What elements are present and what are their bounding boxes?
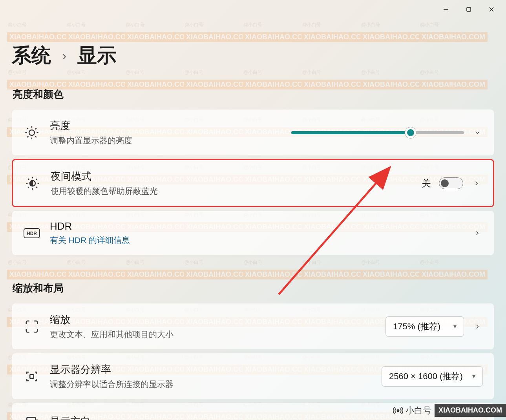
- scale-dropdown[interactable]: 175% (推荐) ▾: [385, 316, 464, 337]
- close-button[interactable]: [480, 2, 503, 17]
- hdr-icon: HDR: [23, 225, 40, 242]
- night-light-detail-button[interactable]: [471, 178, 482, 189]
- window-titlebar: [0, 0, 506, 19]
- scale-card[interactable]: 缩放 更改文本、应用和其他项目的大小 175% (推荐) ▾: [12, 303, 494, 350]
- svg-line-21: [36, 179, 37, 180]
- svg-point-4: [29, 130, 35, 135]
- hdr-link[interactable]: 有关 HDR 的详细信息: [50, 235, 462, 246]
- brightness-icon: [23, 124, 40, 141]
- brightness-subtitle: 调整内置显示器的亮度: [50, 135, 282, 146]
- section-scale-layout: 缩放和布局: [13, 281, 494, 295]
- scale-dropdown-value: 175% (推荐): [393, 321, 440, 332]
- watermark-badge: 小白号 XIAOBAIHAO.COM: [393, 404, 506, 417]
- svg-line-18: [28, 179, 29, 180]
- night-light-card[interactable]: 夜间模式 使用较暖的颜色帮助屏蔽蓝光 关: [12, 159, 494, 207]
- breadcrumb: 系统 › 显示: [12, 42, 494, 69]
- chevron-down-icon: ▾: [453, 323, 457, 330]
- svg-rect-25: [27, 418, 35, 420]
- expand-brightness-button[interactable]: [472, 127, 483, 138]
- hdr-card[interactable]: HDR HDR 有关 HDR 的详细信息: [12, 210, 494, 256]
- night-light-state-label: 关: [422, 177, 431, 190]
- broadcast-icon: [393, 405, 403, 416]
- svg-rect-24: [30, 374, 34, 378]
- breadcrumb-current: 显示: [77, 42, 117, 69]
- breadcrumb-parent[interactable]: 系统: [12, 42, 51, 69]
- resolution-dropdown[interactable]: 2560 × 1600 (推荐) ▾: [382, 366, 483, 387]
- scale-subtitle: 更改文本、应用和其他项目的大小: [50, 329, 376, 340]
- svg-line-12: [35, 128, 37, 129]
- section-brightness-color: 亮度和颜色: [13, 88, 494, 101]
- night-light-icon: [24, 175, 41, 192]
- svg-text:HDR: HDR: [27, 231, 37, 236]
- svg-line-19: [36, 187, 37, 188]
- maximize-button[interactable]: [457, 2, 480, 17]
- svg-line-10: [35, 136, 37, 137]
- chevron-right-icon: ›: [62, 48, 66, 63]
- resolution-card[interactable]: 显示器分辨率 调整分辨率以适合所连接的显示器 2560 × 1600 (推荐) …: [12, 353, 494, 400]
- orientation-icon: [23, 413, 40, 420]
- brightness-slider[interactable]: [291, 131, 464, 134]
- brightness-title: 亮度: [50, 119, 282, 133]
- hdr-title: HDR: [50, 220, 462, 232]
- chevron-down-icon: ▾: [472, 373, 475, 380]
- scale-detail-button[interactable]: [472, 321, 483, 332]
- resolution-dropdown-value: 2560 × 1600 (推荐): [389, 371, 463, 382]
- resolution-title: 显示器分辨率: [50, 363, 372, 376]
- watermark-badge-domain: XIAOBAIHAO.COM: [435, 404, 506, 417]
- resolution-subtitle: 调整分辨率以适合所连接的显示器: [50, 379, 372, 390]
- svg-line-20: [28, 187, 29, 188]
- svg-line-9: [27, 128, 28, 129]
- minimize-button[interactable]: [435, 2, 457, 17]
- resolution-icon: [23, 368, 40, 385]
- night-light-title: 夜间模式: [51, 170, 412, 183]
- hdr-detail-button[interactable]: [472, 228, 483, 239]
- night-light-toggle[interactable]: [439, 177, 463, 189]
- svg-point-27: [397, 409, 399, 411]
- svg-line-11: [27, 136, 28, 137]
- scale-title: 缩放: [50, 313, 376, 327]
- scale-icon: [23, 318, 40, 335]
- svg-rect-1: [467, 7, 471, 11]
- night-light-subtitle: 使用较暖的颜色帮助屏蔽蓝光: [51, 186, 412, 197]
- watermark-badge-text: 小白号: [406, 405, 431, 416]
- brightness-card[interactable]: 亮度 调整内置显示器的亮度: [12, 109, 494, 156]
